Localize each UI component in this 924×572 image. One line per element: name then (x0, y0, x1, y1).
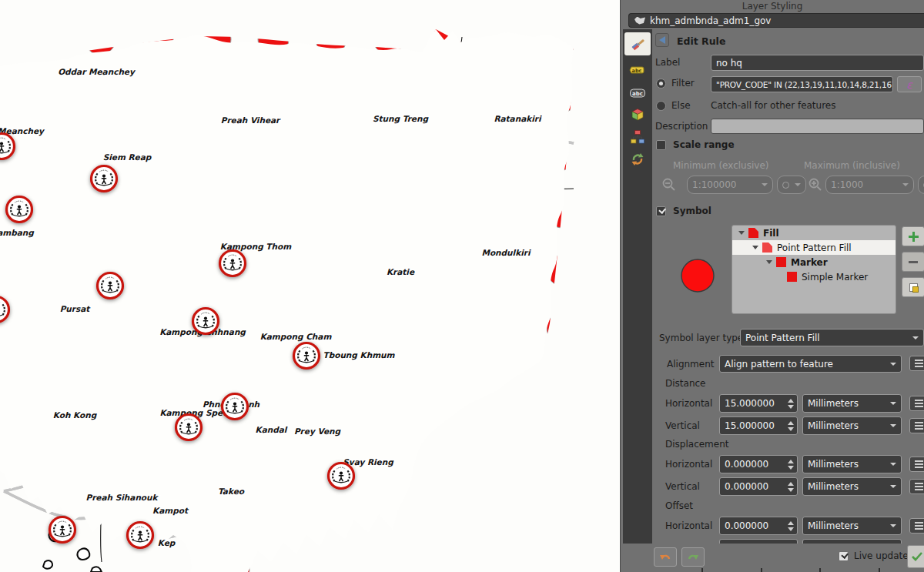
distance-vertical-label: Vertical (665, 420, 700, 431)
kampong-thom-hq (220, 251, 246, 276)
alignment-override-button[interactable] (909, 356, 924, 371)
label-input-value: no hq (716, 58, 742, 69)
cube-3d-icon (630, 107, 645, 122)
max-scale-combo[interactable]: 1:1000 (825, 176, 914, 194)
scale-range-label: Scale range (673, 139, 735, 150)
min-scale-tool-combo[interactable] (777, 176, 806, 194)
label-input[interactable]: no hq (711, 55, 924, 71)
alignment-combo[interactable]: Align pattern to feature (719, 355, 902, 373)
spin-value: 0.000000 (725, 481, 768, 492)
province-label: Ratanakiri (494, 114, 542, 123)
unit-value: Millimeters (808, 420, 859, 431)
zoom-in-icon (808, 177, 823, 192)
distance-horizontal-override-button[interactable] (909, 396, 924, 411)
panel-bottom-tick (761, 568, 762, 572)
remove-symbol-layer-button[interactable] (902, 252, 924, 272)
province-label: Pursat (60, 304, 92, 313)
unit-value: Millimeters (808, 481, 859, 492)
province-label: ambang (0, 228, 35, 238)
spin-value: 0.000000 (725, 459, 768, 470)
symbol-layer-tree: Fill Point Pattern Fill Marker Simple Ma… (732, 225, 896, 314)
displacement-horizontal-spinbox[interactable]: 0.000000 (719, 455, 798, 473)
map-canvas[interactable]: Oddar MeancheyMeancheyPreah VihearSiem R… (0, 0, 620, 572)
panel-footer: Live update (621, 544, 924, 572)
kampong-cham-hq (294, 343, 320, 369)
expand-icon[interactable] (766, 260, 772, 264)
masks-abc-icon: abc (629, 87, 646, 99)
tab-diagrams[interactable] (624, 125, 651, 149)
else-radio[interactable] (656, 101, 666, 111)
symbol-checkbox[interactable] (656, 206, 666, 216)
point-pattern-fill-swatch (762, 243, 772, 253)
tab-3d-view[interactable] (624, 103, 651, 126)
offset-horizontal-override-button[interactable] (909, 518, 924, 534)
distance-horizontal-unit-combo[interactable]: Millimeters (802, 394, 902, 413)
distance-vertical-override-button[interactable] (909, 418, 924, 433)
province-label: Kampot (152, 506, 189, 516)
min-scale-combo[interactable]: 1:100000 (687, 176, 773, 194)
tree-item-marker[interactable]: Marker (732, 255, 896, 269)
expand-icon[interactable] (738, 231, 745, 235)
apply-button[interactable] (907, 545, 924, 568)
undo-button[interactable] (654, 547, 677, 567)
scale-min-label: Minimum (exclusive) (673, 160, 768, 171)
filter-radio[interactable] (656, 79, 666, 89)
province-label: Oddar Meanchey (58, 67, 136, 77)
displacement-horizontal-unit-combo[interactable]: Millimeters (802, 455, 902, 473)
province-label: Preah Sihanouk (85, 493, 159, 502)
expand-icon[interactable] (752, 246, 758, 249)
battambang-hq (7, 197, 32, 222)
province-label: Koh Kong (53, 410, 98, 420)
displacement-vertical-label: Vertical (665, 481, 700, 492)
displacement-vertical-override-button[interactable] (909, 479, 924, 494)
panel-title: Layer Styling (621, 0, 924, 12)
distance-horizontal-spinbox[interactable]: 15.000000 (719, 394, 798, 413)
displacement-vertical-unit-combo[interactable]: Millimeters (802, 477, 902, 496)
svay-rieng-hq (329, 463, 354, 489)
layer-selector[interactable]: khm_admbnda_adm1_gov (628, 13, 924, 28)
max-scale-tool-combo[interactable] (918, 176, 924, 194)
distance-horizontal-label: Horizontal (665, 398, 712, 409)
tab-symbology[interactable] (624, 32, 651, 55)
symbol-layer-type-combo[interactable]: Point Pattern Fill (740, 329, 924, 346)
live-update-label: Live update (854, 550, 909, 561)
svg-text:abc: abc (632, 68, 642, 74)
offset-horizontal-unit-combo[interactable]: Millimeters (802, 517, 902, 535)
tree-item-simple-marker[interactable]: Simple Marker (732, 269, 896, 284)
redo-button[interactable] (681, 547, 705, 567)
tab-history[interactable] (624, 147, 651, 170)
tree-item-label: Point Pattern Fill (777, 243, 852, 253)
kampong-chhnang-hq (193, 309, 219, 334)
back-button[interactable] (655, 33, 669, 47)
distance-section-label: Distance (665, 378, 705, 389)
expression-builder-button[interactable]: ε (897, 76, 922, 92)
live-update-checkbox[interactable] (839, 551, 849, 561)
displacement-horizontal-override-button[interactable] (909, 457, 924, 472)
tab-labels[interactable]: abc (624, 59, 651, 82)
province-label: Takeo (218, 487, 245, 496)
paintbrush-icon (629, 35, 646, 52)
banteay-meanchey-hq (0, 134, 15, 159)
layer-name: khm_admbnda_adm1_gov (650, 15, 771, 26)
tab-masks[interactable]: abc (624, 82, 651, 105)
tree-item-label: Fill (763, 228, 779, 239)
add-symbol-layer-button[interactable] (902, 226, 924, 246)
distance-vertical-spinbox[interactable]: 15.000000 (719, 416, 798, 435)
tree-item-fill[interactable]: Fill (732, 226, 896, 240)
province-label: Siem Reap (103, 152, 152, 162)
scale-range-checkbox[interactable] (656, 140, 666, 150)
province-label: Mondulkiri (481, 248, 531, 257)
province-label: Stung Treng (373, 114, 429, 124)
undo-icon (659, 552, 671, 563)
filter-expression-input[interactable]: "PROV_CODE" IN (22,13,19,11,10,14,8,21,1… (711, 76, 893, 92)
description-input[interactable] (711, 119, 924, 134)
distance-vertical-unit-combo[interactable]: Millimeters (802, 416, 902, 435)
displacement-vertical-spinbox[interactable]: 0.000000 (719, 477, 798, 496)
offset-horizontal-label: Horizontal (665, 520, 712, 531)
tree-item-point-pattern-fill[interactable]: Point Pattern Fill (732, 240, 896, 255)
marker-swatch (776, 257, 786, 267)
unit-value: Millimeters (808, 459, 859, 470)
offset-horizontal-spinbox[interactable]: 0.000000 (719, 517, 798, 535)
duplicate-symbol-layer-button[interactable] (902, 277, 924, 297)
displacement-section-label: Displacement (665, 439, 729, 450)
